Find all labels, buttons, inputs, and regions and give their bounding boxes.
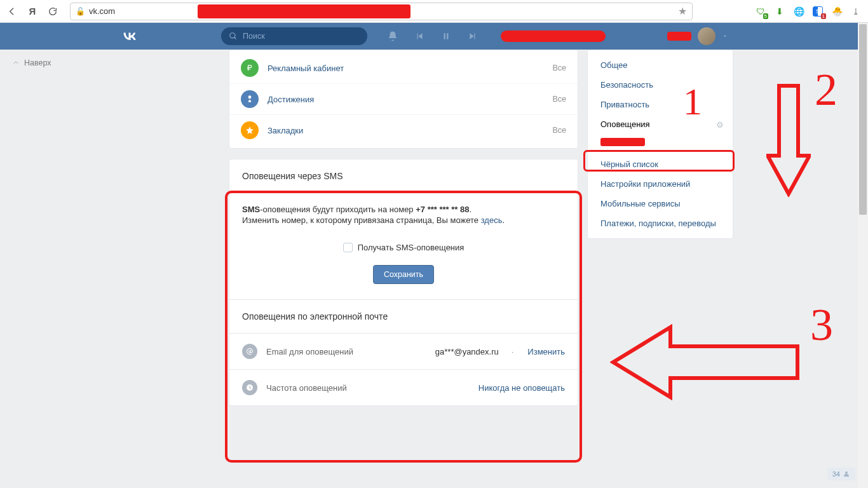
adblock-icon[interactable]: 🛡: [755, 6, 766, 17]
vk-logo[interactable]: [121, 27, 139, 45]
svg-line-1: [234, 37, 236, 39]
egg-icon[interactable]: 🐣: [831, 6, 843, 17]
ruble-icon: [241, 59, 259, 77]
sms-phone: +7 *** *** ** 88: [416, 205, 469, 214]
reload-button[interactable]: [47, 6, 58, 17]
back-button[interactable]: [6, 6, 18, 17]
frequency-row: Частота оповещений Никогда не оповещать: [229, 369, 578, 405]
globe-icon[interactable]: 🌐: [793, 6, 804, 17]
section-title: Оповещения через SMS: [229, 159, 578, 193]
quick-menu-card: Рекламный кабинет Все Достижения Все Зак…: [229, 50, 578, 149]
menu-all-link[interactable]: Все: [552, 126, 566, 135]
sms-bold: SMS: [242, 205, 260, 214]
menu-label: Достижения: [268, 95, 314, 104]
avatar[interactable]: [698, 27, 715, 45]
annotation-arrow-down: [766, 83, 811, 200]
sms-checkbox[interactable]: [343, 243, 353, 252]
nav-mobile[interactable]: Мобильные сервисы: [588, 194, 733, 214]
username-redaction: [667, 32, 691, 41]
annotation-arrow-left: [610, 324, 801, 403]
annotation-2: 2: [815, 67, 837, 112]
notifications-icon[interactable]: [386, 30, 399, 43]
menu-all-link[interactable]: Все: [552, 64, 566, 72]
browser-chrome: Я 🔓 vk.com ★ 🛡 ⬇ 🌐 S 🐣 ⤓: [0, 0, 868, 23]
search-placeholder: Поиск: [243, 32, 265, 41]
row-label: Email для оповещений: [266, 347, 353, 356]
downloads-arrow-icon[interactable]: ⤓: [850, 6, 862, 17]
menu-item-ads[interactable]: Рекламный кабинет Все: [229, 53, 578, 83]
track-title-redaction: [501, 30, 606, 42]
search-box[interactable]: Поиск: [221, 27, 367, 45]
gear-icon[interactable]: ⚙: [716, 120, 724, 130]
yandex-button[interactable]: Я: [27, 6, 38, 17]
annotation-3: 3: [810, 302, 833, 348]
nav-notifications[interactable]: Оповещения ⚙: [588, 114, 733, 134]
menu-item-achievements[interactable]: Достижения Все: [229, 83, 578, 114]
nav-blacklist[interactable]: Чёрный список: [588, 154, 733, 174]
translate-icon[interactable]: S: [812, 6, 824, 17]
clock-icon: [242, 380, 257, 395]
menu-all-link[interactable]: Все: [552, 95, 566, 104]
change-email-link[interactable]: Изменить: [527, 347, 565, 356]
save-button[interactable]: Сохранить: [373, 265, 434, 284]
scrollbar-thumb[interactable]: [859, 24, 867, 215]
prev-track-icon[interactable]: [413, 30, 426, 43]
nav-security[interactable]: Безопасность: [588, 75, 733, 95]
nav-privacy[interactable]: Приватность: [588, 95, 733, 114]
vk-header: Поиск: [0, 23, 868, 50]
address-bar[interactable]: 🔓 vk.com ★: [70, 3, 693, 20]
at-icon: [242, 344, 257, 359]
trophy-icon: [241, 90, 259, 108]
lock-icon: 🔓: [76, 7, 85, 16]
star-icon: [241, 121, 259, 139]
scrollbar[interactable]: [858, 23, 868, 488]
row-label: Частота оповещений: [266, 383, 347, 393]
nav-payments[interactable]: Платежи, подписки, переводы: [588, 214, 733, 233]
sms-body: SMS-оповещения будут приходить на номер …: [229, 193, 578, 300]
header-controls: [386, 30, 606, 43]
header-profile[interactable]: [667, 27, 728, 45]
menu-label: Закладки: [268, 126, 303, 135]
url-redaction: [198, 4, 410, 18]
back-to-top-label: Наверх: [24, 58, 51, 67]
menu-item-bookmarks[interactable]: Закладки Все: [229, 114, 578, 146]
menu-label: Рекламный кабинет: [268, 64, 344, 73]
online-count-badge[interactable]: 34: [827, 468, 855, 480]
bookmark-star-icon[interactable]: ★: [678, 5, 687, 17]
settings-nav: Общее Безопасность Приватность Оповещени…: [587, 50, 733, 239]
download-icon[interactable]: ⬇: [774, 6, 785, 17]
row-value: ga***@yandex.ru: [435, 347, 499, 356]
extension-icons: 🛡 ⬇ 🌐 S 🐣 ⤓: [755, 6, 862, 17]
frequency-link[interactable]: Никогда не оповещать: [478, 383, 565, 393]
next-track-icon[interactable]: [466, 30, 479, 43]
sms-checkbox-label: Получать SMS-оповещения: [358, 243, 465, 252]
chevron-down-icon[interactable]: [722, 30, 728, 42]
change-number-link[interactable]: здесь: [481, 215, 503, 225]
sms-notifications-card: Оповещения через SMS SMS-оповещения буду…: [229, 159, 578, 406]
svg-point-0: [230, 33, 235, 38]
nav-app-settings[interactable]: Настройки приложений: [588, 174, 733, 194]
url-text: vk.com: [89, 6, 115, 16]
email-row: Email для оповещений ga***@yandex.ru · И…: [229, 334, 578, 369]
back-to-top[interactable]: Наверх: [13, 58, 51, 67]
nav-general[interactable]: Общее: [588, 55, 733, 75]
pause-icon[interactable]: [440, 30, 452, 43]
nav-redaction: [600, 138, 645, 146]
section-title-email: Оповещения по электронной почте: [229, 300, 578, 334]
separator: [588, 150, 733, 151]
